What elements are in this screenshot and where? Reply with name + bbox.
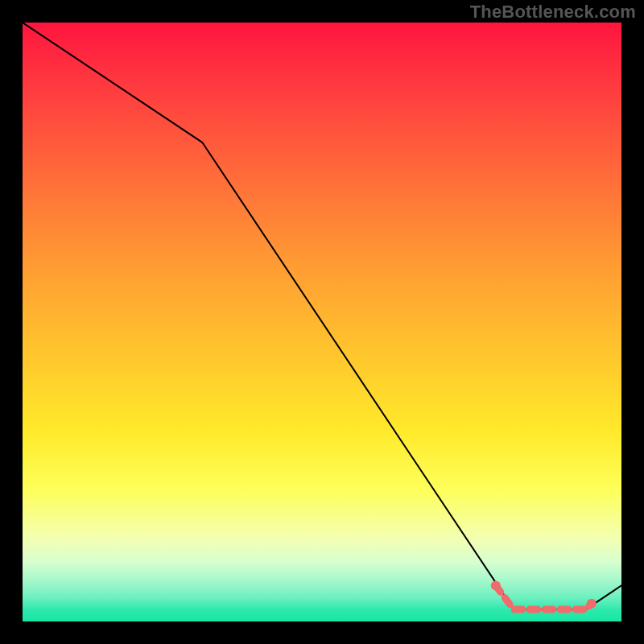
optimal-range-start-dot [491,580,501,590]
optimal-range-line [496,585,592,609]
optimal-range-end-dot [587,599,597,609]
watermark-text: TheBottleneck.com [470,2,636,23]
chart-frame: TheBottleneck.com [0,0,644,644]
bottleneck-curve-group [23,23,621,609]
plot-area [23,23,621,621]
bottleneck-curve [23,23,621,609]
optimal-range-group [491,580,597,609]
plot-svg [23,23,621,621]
